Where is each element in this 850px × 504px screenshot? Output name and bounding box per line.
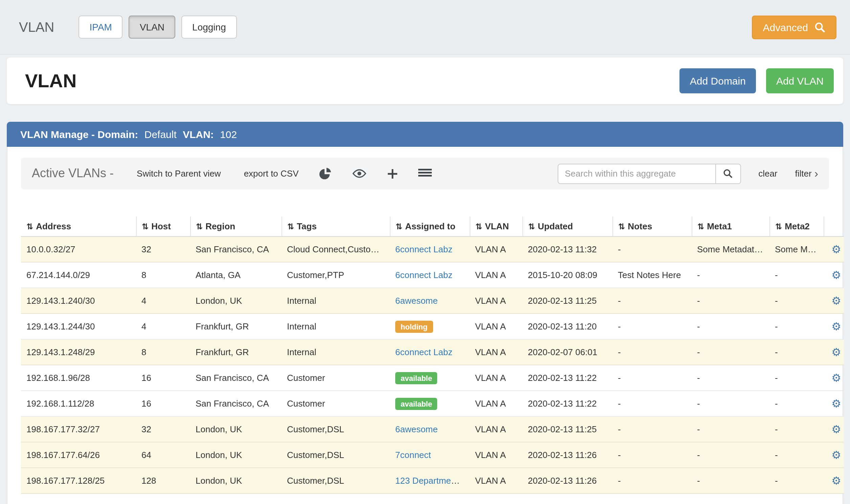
gear-icon[interactable]: ⚙ [831,398,841,409]
cell-tags: Internal [282,313,390,339]
cell-tags: Customer [282,391,390,416]
cell-tags: Customer,DSL [282,416,390,442]
gear-icon[interactable]: ⚙ [831,269,841,281]
cell-assigned-to: holding [390,313,470,339]
assigned-resource-link[interactable]: 6connect Labz [395,270,453,280]
cell-meta2: Some Met… [769,236,824,262]
list-view-button[interactable] [419,168,432,179]
column-header-vlan[interactable]: ⇅VLAN [470,216,523,236]
assigned-resource-link[interactable]: 6connect Labz [395,347,453,357]
column-header-host[interactable]: ⇅Host [136,216,190,236]
assigned-resource-link[interactable]: 6awesome [395,424,438,434]
gear-icon[interactable]: ⚙ [831,424,841,435]
cell-vlan: VLAN A [470,236,523,262]
visibility-toggle[interactable] [352,168,367,179]
cell-updated: 2020-02-13 11:25 [523,416,613,442]
cell-meta2: - [769,288,824,313]
switch-to-parent-view-link[interactable]: Switch to Parent view [137,168,221,179]
gear-icon[interactable]: ⚙ [831,475,841,486]
aggregate-search-input[interactable] [557,163,716,184]
cell-address: 198.167.177.128/25 [21,468,136,493]
column-header-meta1[interactable]: ⇅Meta1 [692,216,769,236]
cell-assigned-to: 6connect Labz [390,236,470,262]
cell-address: 198.167.177.32/27 [21,416,136,442]
column-header-assigned-to[interactable]: ⇅Assigned to [390,216,470,236]
cell-address: 129.143.1.244/30 [21,313,136,339]
cell-vlan: VLAN A [470,468,523,493]
column-header-tags[interactable]: ⇅Tags [282,216,390,236]
gear-icon[interactable]: ⚙ [831,244,841,255]
search-icon [814,21,826,33]
export-to-csv-link[interactable]: export to CSV [244,168,299,179]
cell-tags: Cloud Connect,Customer [282,236,390,262]
cell-actions: ⚙ [824,391,844,416]
assigned-resource-link[interactable]: 123 Department… [395,475,467,486]
column-header-updated[interactable]: ⇅Updated [523,216,613,236]
gear-icon[interactable]: ⚙ [831,449,841,461]
cell-meta2: - [769,262,824,288]
cell-host: 16 [136,365,190,391]
column-label: Notes [628,221,652,231]
table-row: 129.143.1.248/298Frankfurt, GRInternal6c… [21,339,844,365]
sort-icon: ⇅ [287,222,294,231]
add-vlan-button[interactable]: Add VLAN [766,68,834,93]
gear-icon[interactable]: ⚙ [831,321,841,332]
cell-host: 128 [136,468,190,493]
column-header-notes[interactable]: ⇅Notes [613,216,692,236]
gear-icon[interactable]: ⚙ [831,295,841,306]
cell-address: 129.143.1.248/29 [21,339,136,365]
panel-header-domain-value: Default [144,128,177,140]
cell-assigned-to: 6connect Labz [390,262,470,288]
assigned-resource-link[interactable]: 6awesome [395,295,438,306]
gear-icon[interactable]: ⚙ [831,346,841,358]
cell-meta1: Some Metadata 1 [692,236,769,262]
column-label: VLAN [485,221,509,231]
cell-assigned-to: 6connect Labz [390,339,470,365]
cell-meta1: - [692,468,769,493]
assigned-resource-link[interactable]: 6connect Labz [395,244,453,254]
status-badge: available [395,397,438,410]
page-title: VLAN [25,70,76,92]
cell-updated: 2020-02-13 11:25 [523,288,613,313]
cell-host: 32 [136,416,190,442]
cell-notes: - [613,442,692,468]
column-header-meta2[interactable]: ⇅Meta2 [769,216,824,236]
cell-meta2: - [769,313,824,339]
tab-logging[interactable]: Logging [181,16,237,39]
cell-meta1: - [692,339,769,365]
cell-updated: 2020-02-13 11:22 [523,365,613,391]
column-header-address[interactable]: ⇅Address [21,216,136,236]
add-block-button[interactable] [387,168,398,179]
cell-assigned-to: 123 Department… [390,468,470,493]
chart-toggle[interactable] [319,167,332,180]
column-header-region[interactable]: ⇅Region [190,216,282,236]
cell-assigned-to: 6awesome [390,288,470,313]
cell-meta1: - [692,313,769,339]
cell-region: London, UK [190,288,282,313]
cell-vlan: VLAN A [470,416,523,442]
assigned-resource-link[interactable]: 7connect [395,450,431,460]
cell-actions: ⚙ [824,365,844,391]
table-row: 129.143.1.240/304London, UKInternal6awes… [21,288,844,313]
cell-host: 8 [136,339,190,365]
advanced-search-button[interactable]: Advanced [752,15,836,39]
tab-vlan[interactable]: VLAN [129,16,175,39]
tab-ipam[interactable]: IPAM [79,16,123,39]
cell-notes: - [613,236,692,262]
cell-address: 67.214.144.0/29 [21,262,136,288]
add-domain-button[interactable]: Add Domain [680,68,756,93]
cell-notes: - [613,416,692,442]
aggregate-search-button[interactable] [716,163,741,184]
table-row: 198.167.177.32/2732London, UKCustomer,DS… [21,416,844,442]
filter-link[interactable]: filter› [795,168,818,179]
cell-meta1: - [692,442,769,468]
cell-assigned-to: available [390,365,470,391]
clear-filter-link[interactable]: clear [758,168,777,179]
cell-address: 192.168.1.112/28 [21,391,136,416]
cell-meta1: - [692,262,769,288]
gear-icon[interactable]: ⚙ [831,372,841,383]
sort-icon: ⇅ [528,222,535,231]
cell-updated: 2015-10-20 08:09 [523,262,613,288]
cell-region: San Francisco, CA [190,391,282,416]
cell-host: 32 [136,236,190,262]
